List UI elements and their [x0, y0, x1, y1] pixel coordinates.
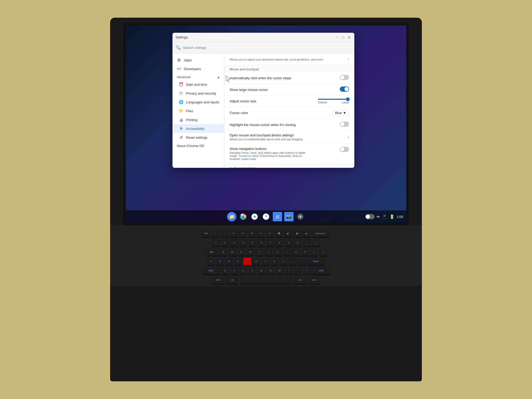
sidebar-item-apps[interactable]: ⊞ Apps	[172, 56, 224, 64]
key-f7[interactable]: ☀+	[266, 230, 274, 237]
taskbar-files-icon[interactable]: 📁	[227, 212, 236, 221]
key-ctrl[interactable]: Ctrl	[211, 276, 224, 284]
key-6[interactable]: 6	[258, 239, 265, 247]
key-minus[interactable]: -	[303, 239, 311, 247]
minimize-button[interactable]: −	[335, 35, 339, 39]
taskbar-camera-icon[interactable]: 📷	[284, 212, 294, 221]
highlight-cursor-toggle[interactable]	[340, 122, 349, 128]
key-e[interactable]: E	[237, 248, 245, 256]
sidebar-item-languages-inputs[interactable]: 🌐 Languages and inputs	[172, 98, 224, 107]
sidebar-item-about-chrome-os[interactable]: About Chrome OS	[172, 142, 224, 150]
key-f2[interactable]: →	[221, 230, 228, 237]
close-button[interactable]: ✕	[347, 35, 351, 39]
show-nav-buttons-toggle[interactable]	[340, 147, 349, 153]
key-l[interactable]: L	[280, 258, 288, 265]
key-b[interactable]: B	[258, 267, 265, 275]
open-mouse-settings-row[interactable]: Open mouse and touchpad device settings …	[224, 131, 354, 144]
sidebar-item-accessibility[interactable]: Accessibility	[172, 124, 224, 133]
keyboard-nav-arrow[interactable]: ›	[348, 57, 349, 61]
taskbar-settings-icon[interactable]	[296, 212, 305, 221]
taskbar-clock-icon[interactable]	[261, 212, 271, 221]
key-h[interactable]: H	[252, 258, 260, 265]
key-comma[interactable]: ,	[285, 267, 293, 275]
taskbar-play-icon[interactable]	[250, 212, 259, 221]
key-n[interactable]: N	[267, 267, 275, 275]
search-input[interactable]	[183, 46, 351, 50]
cursor-size-slider[interactable]: Default Large	[318, 99, 349, 104]
sidebar-item-files[interactable]: 📁 Files	[172, 107, 224, 115]
key-2[interactable]: 2	[221, 239, 229, 247]
key-f8[interactable]: 🔇	[275, 230, 283, 237]
key-enter[interactable]: Enter	[307, 258, 325, 265]
key-q[interactable]: Q	[219, 248, 227, 256]
large-cursor-toggle[interactable]	[340, 87, 349, 93]
sidebar-item-date-time[interactable]: ⏰ Date and time	[172, 80, 224, 89]
sidebar-item-reset-settings[interactable]: ↺ Reset settings	[172, 133, 224, 142]
tablet-icon[interactable]: 📱	[382, 214, 387, 219]
key-m[interactable]: M	[276, 267, 284, 275]
key-space[interactable]	[240, 276, 292, 284]
toggle-switch-taskbar[interactable]	[365, 214, 375, 219]
key-esc[interactable]: Esc	[202, 230, 210, 237]
key-a[interactable]: A	[207, 258, 215, 265]
key-f10[interactable]: 🔊	[293, 230, 301, 237]
key-f6[interactable]: ☀-	[257, 230, 265, 237]
key-quote[interactable]: '	[298, 258, 306, 265]
key-d[interactable]: D	[225, 258, 233, 265]
key-f5[interactable]: ⊞	[248, 230, 256, 237]
maximize-button[interactable]: □	[341, 35, 345, 39]
key-alt-right[interactable]: Alt	[293, 276, 306, 284]
key-f4[interactable]: ⊡	[239, 230, 247, 237]
key-bracket-right[interactable]: ]	[319, 248, 327, 256]
key-i[interactable]: I	[283, 248, 291, 256]
key-c[interactable]: C	[240, 267, 247, 275]
key-4[interactable]: 4	[240, 239, 247, 247]
key-o[interactable]: O	[292, 248, 300, 256]
key-5[interactable]: 5	[249, 239, 256, 247]
key-f[interactable]: F	[234, 258, 242, 265]
key-backspace[interactable]: Backspace	[311, 230, 330, 237]
key-3[interactable]: 3	[230, 239, 238, 247]
key-bracket-left[interactable]: [	[310, 248, 318, 256]
sidebar-item-developers[interactable]: </> Developers	[172, 64, 224, 73]
key-f3[interactable]: ↻	[230, 230, 237, 237]
key-x[interactable]: X	[230, 267, 238, 275]
key-w[interactable]: W	[228, 248, 236, 256]
open-mouse-settings-arrow[interactable]: ›	[348, 135, 349, 139]
key-alt[interactable]: Alt	[226, 276, 239, 284]
cursor-color-dropdown[interactable]: Blue ▼	[332, 110, 349, 116]
key-k[interactable]: K	[271, 258, 278, 265]
key-trackpoint[interactable]: ·	[243, 258, 251, 265]
key-u[interactable]: U	[274, 248, 282, 256]
key-equals[interactable]: =	[312, 239, 320, 247]
key-0[interactable]: 0	[294, 239, 302, 247]
sidebar-item-printing[interactable]: 🖨 Printing	[172, 115, 224, 124]
key-1[interactable]: 1	[212, 239, 220, 247]
key-z[interactable]: Z	[221, 267, 229, 275]
key-tab[interactable]: Tab	[205, 248, 218, 256]
taskbar-media-icon[interactable]: ⊟	[273, 212, 282, 221]
key-s[interactable]: S	[216, 258, 224, 265]
key-t[interactable]: T	[256, 248, 263, 256]
key-f11[interactable]: ⏏	[302, 230, 310, 237]
key-y[interactable]: Y	[265, 248, 272, 256]
key-p[interactable]: P	[301, 248, 309, 256]
keyboard-description-row[interactable]: Allows you to adjust your keyboard repea…	[224, 54, 354, 65]
learn-more-link[interactable]: Learn more	[241, 157, 256, 161]
key-f9[interactable]: 🔉	[284, 230, 292, 237]
pencil-icon[interactable]: ✏	[377, 214, 380, 219]
sidebar-item-privacy-security[interactable]: 🛡 Privacy and security	[172, 89, 224, 98]
key-slash[interactable]: /	[303, 267, 311, 275]
key-8[interactable]: 8	[276, 239, 284, 247]
key-7[interactable]: 7	[267, 239, 275, 247]
key-period[interactable]: .	[294, 267, 302, 275]
key-shift-right[interactable]: Shift	[312, 267, 330, 275]
taskbar-chrome-icon[interactable]	[238, 212, 248, 221]
advanced-section-header[interactable]: Advanced ▲	[172, 73, 224, 80]
key-v[interactable]: V	[249, 267, 256, 275]
key-9[interactable]: 9	[285, 239, 293, 247]
key-f1[interactable]: ←	[211, 230, 219, 237]
key-ctrl-right[interactable]: Ctrl	[308, 276, 321, 284]
key-r[interactable]: R	[247, 248, 254, 256]
key-shift-left[interactable]: Shift	[202, 267, 220, 275]
